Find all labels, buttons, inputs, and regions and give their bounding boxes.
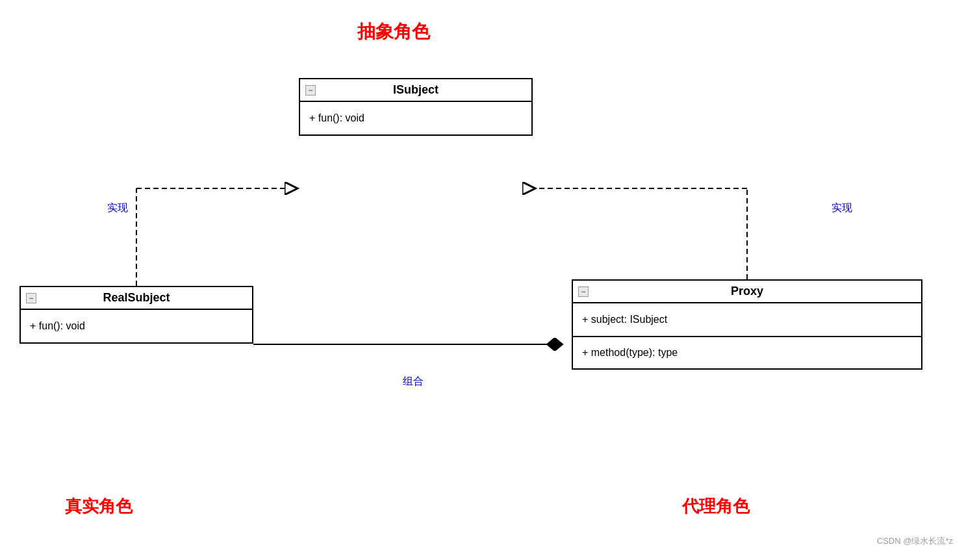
isubject-minus-icon: − [305, 85, 316, 95]
realsubject-header: − RealSubject [21, 287, 252, 310]
label-real-role: 真实角色 [65, 495, 133, 518]
proxy-field: + subject: ISubject [573, 303, 921, 336]
proxy-method: + method(type): type [573, 336, 921, 368]
label-proxy-role: 代理角色 [682, 495, 750, 518]
label-abstract-role: 抽象角色 [357, 19, 430, 44]
isubject-header: − ISubject [300, 79, 531, 102]
proxy-name: Proxy [731, 285, 763, 298]
isubject-method: + fun(): void [300, 102, 531, 134]
isubject-name: ISubject [393, 83, 439, 97]
realsubject-method: + fun(): void [21, 310, 252, 342]
label-composition: 组合 [403, 375, 424, 388]
diagram-container: 抽象角色 − ISubject + fun(): void − RealSubj… [0, 0, 966, 560]
proxy-class: − Proxy + subject: ISubject + method(typ… [572, 279, 922, 370]
label-realize-left: 实现 [107, 201, 128, 215]
watermark: CSDN @绿水长流*z [877, 535, 953, 547]
realsubject-name: RealSubject [103, 291, 170, 305]
realsubject-class: − RealSubject + fun(): void [19, 286, 253, 344]
realsubject-minus-icon: − [26, 293, 36, 303]
proxy-header: − Proxy [573, 281, 921, 303]
proxy-minus-icon: − [578, 286, 589, 297]
label-realize-right: 实现 [832, 201, 852, 215]
isubject-class: − ISubject + fun(): void [299, 78, 533, 136]
